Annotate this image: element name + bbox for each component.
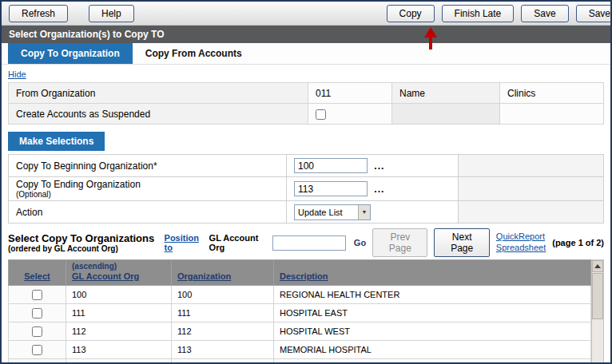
end-organization-label: Copy To Ending Organization (Optional) (9, 177, 287, 201)
end-organization-input[interactable] (294, 181, 368, 196)
scrollbar-track[interactable] (592, 319, 603, 364)
organization-column-header[interactable]: Organization (177, 271, 231, 281)
name-value: Clinics (500, 83, 604, 104)
organization-cell: 114 (172, 359, 274, 364)
begin-organization-input[interactable] (294, 158, 368, 173)
table-header-row: Select (ascending) GL Account Org Organi… (9, 260, 591, 286)
table-row: 100 100 REGIONAL HEALTH CENTER (9, 286, 591, 304)
help-button[interactable]: Help (89, 5, 134, 22)
triangle-up-icon (594, 264, 601, 268)
tab-bar: Copy To Organization Copy From Accounts (2, 43, 610, 65)
table-row: Action Update List ▼ (9, 201, 604, 224)
next-page-button[interactable]: Next Page (434, 228, 489, 257)
gl-account-org-cell: 112 (66, 322, 172, 341)
table-row: 114 114 HEALTH SERVICES (9, 359, 591, 364)
table-row: From Organization 011 Name Clinics (9, 83, 604, 104)
gl-account-org-cell: 111 (66, 304, 172, 322)
tab-copy-to-organization[interactable]: Copy To Organization (8, 43, 133, 64)
organizations-table-area: Select (ascending) GL Account Org Organi… (8, 259, 604, 364)
row-select-checkbox[interactable] (32, 290, 42, 300)
prev-page-button[interactable]: Prev Page (372, 228, 427, 257)
table-row: 111 111 HOSPITAL EAST (9, 304, 591, 322)
create-accounts-suspended-label: Create Accounts as Suspended (9, 104, 308, 125)
make-selections-header: Make Selections (8, 132, 105, 151)
action-select-value: Update List (298, 208, 343, 217)
table-row: Create Accounts as Suspended (9, 104, 604, 125)
description-column-header[interactable]: Description (280, 271, 328, 281)
list-subtitle: (ordered by GL Account Org) (8, 244, 158, 253)
from-organization-label: From Organization (9, 83, 308, 104)
list-title: Select Copy To Organizations (8, 232, 158, 244)
action-select[interactable]: Update List ▼ (294, 204, 371, 220)
chevron-down-icon: ▼ (358, 205, 370, 220)
table-row: Copy To Beginning Organization* ... (9, 155, 604, 177)
annotation-arrow (424, 27, 437, 49)
create-accounts-suspended-checkbox[interactable] (316, 109, 326, 120)
tab-copy-from-accounts[interactable]: Copy From Accounts (133, 43, 255, 64)
spreadsheet-link[interactable]: Spreadsheet (496, 243, 546, 254)
begin-organization-lookup-button[interactable]: ... (374, 160, 384, 172)
table-row: Copy To Ending Organization (Optional) .… (9, 177, 604, 201)
page-title: Select Organization(s) to Copy TO (2, 26, 610, 43)
table-row: 112 112 HOSPITAL WEST (9, 322, 591, 341)
description-cell: HEALTH SERVICES (274, 359, 591, 364)
scroll-up-button[interactable] (592, 260, 603, 272)
content-area: Hide From Organization 011 Name Clinics … (2, 65, 610, 364)
quick-report-link[interactable]: QuickReport (496, 231, 546, 243)
organization-cell: 100 (172, 286, 274, 304)
position-to-link[interactable]: Position to (165, 233, 203, 252)
save-button[interactable]: Save (521, 5, 568, 22)
gl-account-org-cell: 113 (66, 341, 172, 359)
gl-account-org-cell: 114 (66, 359, 172, 364)
from-organization-value: 011 (308, 83, 392, 104)
organization-cell: 112 (172, 322, 274, 341)
table-row: 113 113 MEMORIAL HOSPITAL (9, 341, 591, 359)
description-cell: HOSPITAL EAST (274, 304, 591, 322)
toolbar: Refresh Help Copy Finish Late Save Save (2, 2, 610, 26)
save-button-2[interactable]: Save (576, 5, 612, 22)
report-links: QuickReport Spreadsheet (496, 231, 546, 254)
organization-cell: 111 (172, 304, 274, 322)
end-organization-sublabel: (Optional) (16, 190, 279, 199)
action-label: Action (9, 201, 287, 224)
description-cell: MEMORIAL HOSPITAL (274, 341, 591, 359)
hide-link[interactable]: Hide (8, 69, 26, 79)
list-controls: Select Copy To Organizations (ordered by… (8, 228, 604, 257)
position-field-label: GL Account Org (209, 233, 266, 252)
gl-account-org-column-header[interactable]: GL Account Org (72, 271, 139, 281)
row-select-checkbox[interactable] (32, 345, 42, 355)
organization-cell: 113 (172, 341, 274, 359)
scrollbar-thumb[interactable] (592, 273, 603, 319)
selection-form: Copy To Beginning Organization* ... Copy… (8, 154, 604, 224)
gl-account-org-cell: 100 (66, 286, 172, 304)
go-button[interactable]: Go (354, 238, 366, 247)
from-organization-table: From Organization 011 Name Clinics Creat… (8, 82, 604, 125)
page-indicator: (page 1 of 2) (552, 238, 604, 247)
toolbar-right-group: Copy Finish Late Save Save (387, 5, 612, 22)
begin-organization-label: Copy To Beginning Organization* (9, 155, 287, 177)
ascending-indicator: (ascending) (72, 262, 165, 271)
position-to-input[interactable] (272, 235, 346, 251)
finish-late-button[interactable]: Finish Late (442, 5, 515, 22)
application-window: Refresh Help Copy Finish Late Save Save … (0, 0, 612, 364)
row-select-checkbox[interactable] (32, 326, 42, 337)
copy-button[interactable]: Copy (387, 5, 435, 22)
organizations-table: Select (ascending) GL Account Org Organi… (8, 259, 591, 364)
name-label: Name (392, 83, 500, 104)
description-cell: REGIONAL HEALTH CENTER (274, 286, 591, 304)
row-select-checkbox[interactable] (32, 308, 42, 318)
select-column-header[interactable]: Select (24, 271, 50, 281)
refresh-button[interactable]: Refresh (9, 5, 68, 22)
description-cell: HOSPITAL WEST (274, 322, 591, 341)
vertical-scrollbar[interactable] (591, 259, 604, 364)
toolbar-left-group: Refresh Help (9, 5, 134, 22)
end-organization-lookup-button[interactable]: ... (374, 184, 384, 195)
list-title-block: Select Copy To Organizations (ordered by… (8, 232, 158, 253)
